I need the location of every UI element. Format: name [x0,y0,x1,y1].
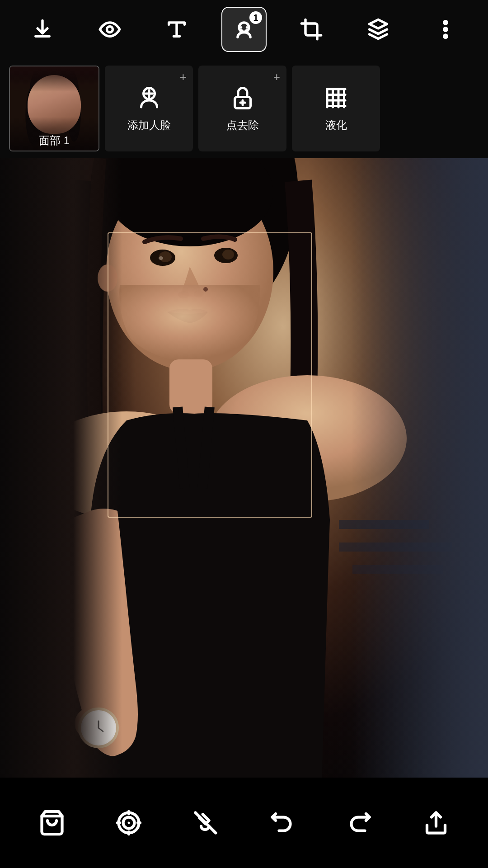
undo-icon [269,809,296,836]
brush-off-button[interactable] [183,800,228,845]
liquify-label: 液化 [325,118,347,132]
svg-point-0 [107,27,113,33]
shop-icon [38,809,66,836]
spot-heal-icon [229,85,256,112]
add-face-label: 添加人脸 [127,118,171,132]
svg-point-51 [82,712,115,744]
bottom-toolbar [0,778,488,868]
layers-icon [366,18,390,41]
svg-rect-30 [339,520,429,529]
liquify-button[interactable]: 液化 [292,66,380,151]
svg-point-7 [37,81,72,127]
add-face-button[interactable]: + 添加人脸 [105,66,193,151]
svg-point-40 [159,256,163,260]
svg-point-4 [444,35,447,38]
svg-point-54 [203,287,208,292]
svg-point-9 [56,96,66,104]
svg-rect-49 [88,719,106,746]
download-icon [31,18,54,41]
portrait-artwork [0,158,488,778]
svg-rect-14 [10,66,99,84]
svg-point-48 [75,705,120,741]
liquify-icon [323,85,350,112]
retouch-button[interactable] [87,7,132,52]
svg-point-10 [52,106,57,115]
add-face-icon [136,85,163,112]
spot-heal-label: 点去除 [226,118,259,132]
spot-heal-button[interactable]: + 点去除 [198,66,286,151]
svg-rect-31 [339,542,452,552]
redo-icon [346,809,373,836]
svg-point-3 [444,28,447,31]
svg-point-59 [128,822,130,824]
face-button[interactable]: 1 [221,7,267,52]
target-icon [115,809,142,836]
crop-icon [300,18,323,41]
face-thumbnail[interactable]: 面部 1 [9,66,99,151]
svg-point-11 [48,116,60,122]
share-icon [422,809,450,836]
redo-button[interactable] [337,800,382,845]
share-button[interactable] [413,800,459,845]
svg-rect-29 [307,158,488,778]
svg-rect-43 [169,359,212,414]
crop-button[interactable] [289,7,334,52]
svg-rect-28 [0,158,136,778]
target-button[interactable] [106,800,151,845]
svg-line-53 [99,728,103,731]
svg-point-2 [444,21,447,24]
svg-point-55 [98,264,117,292]
svg-rect-32 [352,565,443,574]
more-icon [434,18,457,41]
shop-button[interactable] [29,800,75,845]
svg-point-39 [222,250,234,259]
text-button[interactable] [154,7,199,52]
brush-off-icon [192,809,219,836]
download-button[interactable] [20,7,65,52]
top-toolbar: 1 [0,0,488,59]
add-face-plus: + [180,70,187,84]
svg-point-6 [30,66,79,118]
face-tool-row: 面部 1 + 添加人脸 + 点去除 [0,59,488,158]
retouch-icon [98,18,122,41]
spot-heal-plus: + [273,70,280,84]
svg-point-8 [43,96,52,104]
photo-container[interactable] [0,158,488,778]
face-thumbnail-label: 面部 1 [10,133,99,148]
face-badge: 1 [249,11,262,24]
text-icon [165,18,188,41]
photo-background [0,158,488,778]
more-button[interactable] [423,7,468,52]
undo-button[interactable] [260,800,305,845]
layers-button[interactable] [356,7,401,52]
svg-point-50 [80,709,117,747]
